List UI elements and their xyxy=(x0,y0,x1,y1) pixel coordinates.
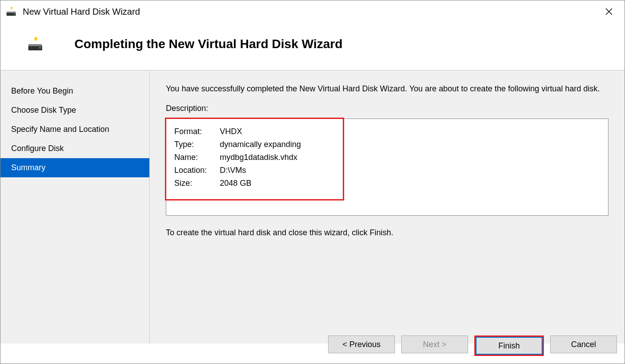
desc-row-size: Size: 2048 GB xyxy=(174,177,301,190)
sidebar-item-configure-disk[interactable]: Configure Disk xyxy=(0,139,149,158)
window-title: New Virtual Hard Disk Wizard xyxy=(23,7,599,17)
page-title: Completing the New Virtual Hard Disk Wiz… xyxy=(74,37,342,51)
desc-key-name: Name: xyxy=(174,151,220,164)
intro-text: You have successfully completed the New … xyxy=(166,83,609,95)
description-box: Format: VHDX Type: dynamically expanding… xyxy=(166,119,609,216)
desc-key-location: Location: xyxy=(174,164,220,177)
sidebar-item-specify-name-location[interactable]: Specify Name and Location xyxy=(0,120,149,139)
disk-wizard-icon xyxy=(6,6,16,17)
finish-highlight: Finish xyxy=(474,335,544,356)
desc-val-type: dynamically expanding xyxy=(220,138,301,151)
next-button: Next > xyxy=(401,335,468,353)
titlebar: New Virtual Hard Disk Wizard xyxy=(0,0,625,23)
wizard-steps-sidebar: Before You Begin Choose Disk Type Specif… xyxy=(0,70,150,344)
button-bar: < Previous Next > Finish Cancel xyxy=(328,335,617,356)
finish-button[interactable]: Finish xyxy=(476,337,543,355)
sidebar-item-summary[interactable]: Summary xyxy=(0,158,149,177)
svg-point-6 xyxy=(39,47,41,49)
closing-text: To create the virtual hard disk and clos… xyxy=(166,228,609,237)
description-label: Description: xyxy=(166,104,609,113)
sidebar-item-choose-disk-type[interactable]: Choose Disk Type xyxy=(0,101,149,120)
desc-key-format: Format: xyxy=(174,125,220,138)
desc-val-location: D:\VMs xyxy=(220,164,301,177)
desc-val-name: mydbg1datadisk.vhdx xyxy=(220,151,301,164)
desc-key-type: Type: xyxy=(174,138,220,151)
svg-rect-5 xyxy=(29,44,42,46)
desc-key-size: Size: xyxy=(174,177,220,190)
desc-row-name: Name: mydbg1datadisk.vhdx xyxy=(174,151,301,164)
svg-rect-1 xyxy=(7,12,16,13)
wizard-header: Completing the New Virtual Hard Disk Wiz… xyxy=(0,23,625,70)
description-table: Format: VHDX Type: dynamically expanding… xyxy=(174,125,301,190)
wizard-main-panel: You have successfully completed the New … xyxy=(150,70,625,344)
desc-row-location: Location: D:\VMs xyxy=(174,164,301,177)
desc-row-format: Format: VHDX xyxy=(174,125,301,138)
sidebar-item-before-you-begin[interactable]: Before You Begin xyxy=(0,82,149,101)
svg-point-2 xyxy=(14,13,15,14)
close-button[interactable] xyxy=(599,4,619,19)
previous-button[interactable]: < Previous xyxy=(328,335,395,353)
disk-wizard-icon xyxy=(27,36,43,52)
desc-val-size: 2048 GB xyxy=(220,177,301,190)
content-area: Before You Begin Choose Disk Type Specif… xyxy=(0,70,625,344)
desc-row-type: Type: dynamically expanding xyxy=(174,138,301,151)
desc-val-format: VHDX xyxy=(220,125,301,138)
cancel-button[interactable]: Cancel xyxy=(550,335,617,353)
